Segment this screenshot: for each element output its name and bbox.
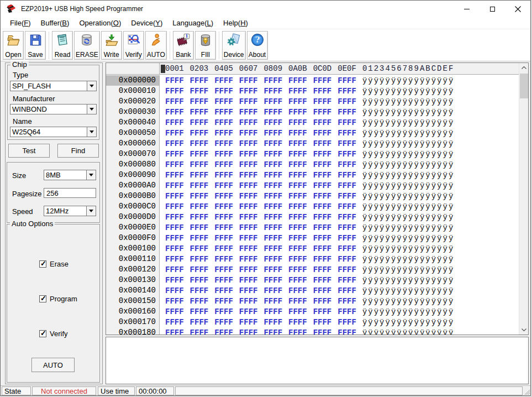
ascii-cell[interactable]: ÿÿÿÿÿÿÿÿÿÿÿÿÿÿÿÿ [362,234,454,243]
hex-word-cell[interactable]: FFFF [338,202,356,211]
hex-word-cell[interactable]: FFFF [338,108,356,117]
hex-word-cell[interactable]: FFFF [190,76,209,85]
hex-word-cell[interactable]: FFFF [214,76,233,85]
ascii-cell[interactable]: ÿÿÿÿÿÿÿÿÿÿÿÿÿÿÿÿ [362,181,454,190]
hex-word-cell[interactable]: FFFF [288,318,307,327]
ascii-cell[interactable]: ÿÿÿÿÿÿÿÿÿÿÿÿÿÿÿÿ [362,328,454,335]
hex-word-cell[interactable]: FFFF [264,139,282,148]
auto-toolbar-button[interactable]: AUTO [145,31,167,60]
ascii-cell[interactable]: ÿÿÿÿÿÿÿÿÿÿÿÿÿÿÿÿ [362,213,454,222]
hex-word-cell[interactable]: FFFF [190,118,209,127]
ascii-cell[interactable]: ÿÿÿÿÿÿÿÿÿÿÿÿÿÿÿÿ [362,223,454,232]
hex-word-cell[interactable]: FFFF [288,307,307,316]
ascii-cell[interactable]: ÿÿÿÿÿÿÿÿÿÿÿÿÿÿÿÿ [362,87,454,96]
hex-word-cell[interactable]: FFFF [214,297,233,306]
hex-word-cell[interactable]: FFFF [288,129,307,138]
hex-word-cell[interactable]: FFFF [165,160,184,169]
maximize-button[interactable] [480,1,505,17]
hex-word-cell[interactable]: FFFF [338,328,356,335]
fill-toolbar-button[interactable]: FIll [195,31,216,60]
hex-word-cell[interactable]: FFFF [264,192,282,201]
menu-device[interactable]: Device(Y) [126,18,167,29]
hex-word-cell[interactable]: FFFF [190,181,209,190]
hex-word-cell[interactable]: FFFF [338,192,356,201]
hex-word-cell[interactable]: FFFF [288,297,307,306]
hex-word-cell[interactable]: FFFF [288,150,307,159]
hex-word-cell[interactable]: FFFF [214,108,233,117]
hex-word-cell[interactable]: FFFF [313,276,332,285]
ascii-cell[interactable]: ÿÿÿÿÿÿÿÿÿÿÿÿÿÿÿÿ [362,129,454,138]
hex-word-cell[interactable]: FFFF [338,118,356,127]
vertical-scrollbar[interactable] [519,63,528,335]
hex-word-cell[interactable]: FFFF [313,202,332,211]
scrollbar-thumb[interactable] [520,74,528,98]
hex-word-cell[interactable]: FFFF [264,255,282,264]
hex-word-cell[interactable]: FFFF [264,97,282,106]
hex-word-cell[interactable]: FFFF [190,318,209,327]
hex-word-cell[interactable]: FFFF [165,97,184,106]
hex-word-cell[interactable]: FFFF [239,87,258,96]
hex-word-cell[interactable]: FFFF [190,150,209,159]
menu-language[interactable]: Language(L) [167,18,218,29]
hex-word-cell[interactable]: FFFF [313,234,332,243]
hex-word-cell[interactable]: FFFF [239,318,258,327]
hex-word-cell[interactable]: FFFF [214,202,233,211]
hex-word-cell[interactable]: FFFF [264,108,282,117]
hex-word-cell[interactable]: FFFF [239,129,258,138]
hex-word-cell[interactable]: FFFF [165,202,184,211]
hex-word-cell[interactable]: FFFF [165,76,184,85]
program-checkbox[interactable]: Program [39,295,77,303]
hex-word-cell[interactable]: FFFF [214,118,233,127]
read-toolbar-button[interactable]: Read [52,31,73,60]
speed-dropdown-button[interactable] [86,206,96,216]
hex-word-cell[interactable]: FFFF [239,171,258,180]
hex-word-cell[interactable]: FFFF [239,223,258,232]
resize-grip[interactable] [523,388,530,395]
hex-word-cell[interactable]: FFFF [338,265,356,274]
hex-word-cell[interactable]: FFFF [338,307,356,316]
hex-word-cell[interactable]: FFFF [288,202,307,211]
hex-word-cell[interactable]: FFFF [338,286,356,295]
test-button[interactable]: Test [8,144,50,158]
hex-word-cell[interactable]: FFFF [190,97,209,106]
hex-word-cell[interactable]: FFFF [239,265,258,274]
hex-word-cell[interactable]: FFFF [313,97,332,106]
hex-word-cell[interactable]: FFFF [264,265,282,274]
hex-word-cell[interactable]: FFFF [338,150,356,159]
hex-word-cell[interactable]: FFFF [239,97,258,106]
hex-word-cell[interactable]: FFFF [264,276,282,285]
hex-word-cell[interactable]: FFFF [313,139,332,148]
hex-word-cell[interactable]: FFFF [313,213,332,222]
scroll-up-button[interactable] [519,63,529,72]
hex-word-cell[interactable]: FFFF [338,234,356,243]
hex-word-cell[interactable]: FFFF [239,192,258,201]
hex-word-cell[interactable]: FFFF [165,234,184,243]
hex-word-cell[interactable]: FFFF [264,87,282,96]
manufacturer-select[interactable]: WINBOND [10,104,97,114]
hex-word-cell[interactable]: FFFF [264,213,282,222]
auto-button[interactable]: AUTO [31,358,75,372]
close-button[interactable] [505,1,530,17]
hex-word-cell[interactable]: FFFF [214,160,233,169]
hex-word-cell[interactable]: FFFF [313,318,332,327]
hex-word-cell[interactable]: FFFF [264,234,282,243]
hex-word-cell[interactable]: FFFF [239,202,258,211]
hex-word-cell[interactable]: FFFF [214,244,233,253]
hex-word-cell[interactable]: FFFF [214,181,233,190]
hex-word-cell[interactable]: FFFF [264,181,282,190]
hex-word-cell[interactable]: FFFF [190,234,209,243]
hex-word-cell[interactable]: FFFF [190,297,209,306]
hex-word-cell[interactable]: FFFF [338,97,356,106]
hex-word-cell[interactable]: FFFF [338,171,356,180]
save-toolbar-button[interactable]: Save [25,31,46,60]
hex-word-cell[interactable]: FFFF [214,307,233,316]
hex-word-cell[interactable]: FFFF [288,223,307,232]
hex-word-cell[interactable]: FFFF [288,192,307,201]
hex-word-cell[interactable]: FFFF [239,108,258,117]
ascii-cell[interactable]: ÿÿÿÿÿÿÿÿÿÿÿÿÿÿÿÿ [362,171,454,180]
hex-word-cell[interactable]: FFFF [214,286,233,295]
hex-word-cell[interactable]: FFFF [214,255,233,264]
hex-word-cell[interactable]: FFFF [239,213,258,222]
hex-word-cell[interactable]: FFFF [288,276,307,285]
hex-word-cell[interactable]: FFFF [165,286,184,295]
